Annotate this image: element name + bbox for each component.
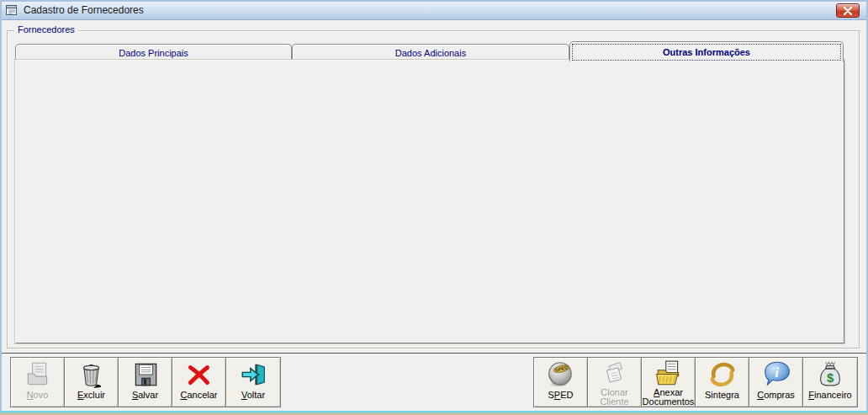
- app-form-icon: [5, 3, 19, 17]
- close-icon: [843, 7, 853, 15]
- tab-outras-informacoes[interactable]: Outras Informações: [569, 41, 844, 61]
- svg-text:i: i: [775, 365, 779, 380]
- floppy-disk-icon: [131, 359, 160, 391]
- window-cadastro-fornecedores: Cadastro de Fornecedores Fornecedores Da…: [0, 0, 868, 415]
- exit-door-icon: [239, 359, 267, 391]
- window-title: Cadastro de Fornecedores: [24, 4, 144, 16]
- orange-refresh-icon: [707, 359, 738, 391]
- voltar-button[interactable]: Voltar: [226, 358, 280, 407]
- svg-text:$: $: [827, 371, 834, 385]
- trash-icon: [77, 359, 106, 391]
- cancelar-button[interactable]: Cancelar: [172, 358, 226, 407]
- sped-sphere-icon: SPED: [546, 359, 576, 391]
- tab-label: Outras Informações: [663, 47, 750, 57]
- tab-sheet-outras-informacoes: [15, 60, 844, 343]
- salvar-button[interactable]: Salvar: [119, 358, 172, 407]
- novo-button: Novo: [11, 358, 65, 407]
- close-button[interactable]: [836, 3, 860, 18]
- sintegra-button[interactable]: Sintegra: [696, 358, 749, 407]
- tab-dados-adicionais[interactable]: Dados Adicionais: [292, 44, 569, 61]
- extras-button-group: SPED SPED ClonarCliente: [533, 357, 858, 407]
- tab-label: Dados Adicionais: [395, 48, 466, 58]
- sped-button[interactable]: SPED SPED: [534, 358, 588, 407]
- titlebar: Cadastro de Fornecedores: [0, 0, 868, 20]
- tab-dados-principais[interactable]: Dados Principais: [15, 44, 292, 61]
- crud-button-group: Novo Excluir: [10, 357, 281, 407]
- folder-document-icon: [654, 359, 683, 388]
- excluir-button[interactable]: Excluir: [65, 358, 119, 407]
- fornecedores-group-title: Fornecedores: [14, 24, 78, 35]
- clonar-cliente-button: ClonarCliente: [588, 358, 642, 407]
- anexar-documentos-button[interactable]: AnexarDocumentos: [642, 358, 696, 407]
- info-balloon-icon: i: [761, 359, 791, 391]
- copy-pages-icon: [601, 359, 628, 388]
- money-bag-icon: $: [815, 359, 845, 391]
- compras-button[interactable]: i Compras: [749, 358, 803, 407]
- tab-label: Dados Principais: [119, 48, 188, 58]
- bottom-toolbar: Novo Excluir: [0, 353, 868, 411]
- red-x-icon: [185, 359, 214, 391]
- new-form-icon: [24, 359, 52, 391]
- financeiro-button[interactable]: $ Financeiro: [803, 358, 857, 407]
